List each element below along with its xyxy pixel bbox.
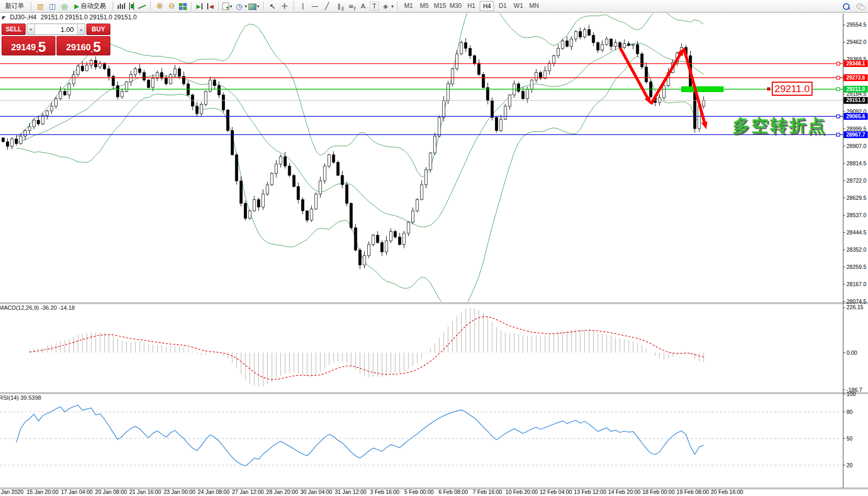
timeframe-mn-button[interactable]: MN bbox=[527, 1, 541, 11]
line-handle[interactable] bbox=[837, 76, 840, 80]
market-watch-icon[interactable]: ▥ bbox=[35, 1, 46, 12]
buy-button[interactable]: BUY bbox=[86, 24, 110, 35]
terminal-icon[interactable]: ◫ bbox=[47, 1, 58, 12]
time-tick-label: 15 Jan 20:00 bbox=[27, 489, 59, 495]
line-handle[interactable] bbox=[837, 133, 840, 136]
time-tick-label: 17 Jan 04:00 bbox=[61, 489, 93, 495]
cursor-icon[interactable]: ↖ bbox=[267, 1, 278, 12]
time-tick-label: 14 Jan 2020 bbox=[0, 489, 24, 495]
price-tick-label: 29462.0 bbox=[847, 39, 866, 45]
time-tick-label: 30 Jan 04:00 bbox=[300, 489, 332, 495]
autotrading-button[interactable]: ▶自动交易 bbox=[71, 1, 109, 12]
fibonacci-icon[interactable]: ≡F bbox=[346, 1, 356, 12]
price-tick-label: 29554.5 bbox=[847, 21, 866, 28]
price-tick-label: 28999.5 bbox=[847, 126, 866, 132]
price-tick-label: 28352.0 bbox=[847, 246, 866, 253]
toolbar-separator bbox=[294, 2, 294, 10]
price-tick-label: 28074.5 bbox=[847, 298, 866, 305]
time-tick-label: 5 Feb 00:00 bbox=[404, 489, 434, 495]
volume-decrease-button[interactable]: ▼ bbox=[27, 24, 35, 35]
rsi-axis[interactable]: 100805020 bbox=[843, 391, 856, 468]
dropdown-caret-icon: ▾ bbox=[245, 4, 247, 9]
sell-price[interactable]: 29149.5 bbox=[2, 36, 55, 55]
channel-icon[interactable]: ∥E bbox=[334, 1, 344, 12]
collapse-panel-icon[interactable]: ◤ bbox=[2, 15, 6, 20]
timeframe-m30-button[interactable]: M30 bbox=[448, 1, 463, 11]
callout-handle[interactable] bbox=[767, 87, 770, 91]
time-tick-label: 18 Feb 00:00 bbox=[642, 489, 675, 495]
line-handle[interactable] bbox=[837, 88, 840, 91]
time-tick-label: 13 Feb 12:00 bbox=[574, 489, 606, 495]
bollinger-middle-band bbox=[16, 43, 704, 227]
time-tick-label: 19 Feb 08:00 bbox=[677, 489, 709, 495]
green-highlight-bar[interactable] bbox=[681, 86, 724, 92]
price-badge-label: 29348.1 bbox=[846, 61, 865, 66]
timeframe-h1-button[interactable]: H1 bbox=[464, 1, 478, 11]
search-icon[interactable] bbox=[842, 2, 851, 10]
zoom-out-icon[interactable]: ⊖ bbox=[166, 1, 177, 12]
timeframe-m1-button[interactable]: M1 bbox=[401, 1, 415, 11]
toolbar-separator bbox=[397, 2, 398, 10]
zoom-in-icon[interactable]: ⊕ bbox=[154, 1, 165, 12]
sell-button[interactable]: SELL bbox=[2, 24, 26, 35]
time-tick-label: 24 Jan 08:00 bbox=[198, 489, 230, 495]
chart-canvas[interactable]: 29554.529462.029369.529277.029184.529092… bbox=[0, 0, 868, 496]
price-tick-label: 28629.5 bbox=[847, 195, 866, 201]
volume-input[interactable]: 1.00 bbox=[35, 24, 77, 35]
macd-axis[interactable]: 226.150.00-186.7 bbox=[843, 304, 864, 392]
dropdown-caret-icon: ▾ bbox=[257, 4, 260, 9]
text-icon[interactable]: A bbox=[358, 1, 368, 12]
time-tick-label: 7 Feb 16:00 bbox=[473, 489, 502, 495]
candlestick-chart-icon[interactable] bbox=[127, 2, 136, 10]
toolbar-separator bbox=[191, 2, 191, 10]
macd-tick-label: 0.00 bbox=[847, 350, 858, 356]
time-tick-label: 6 Feb 08:00 bbox=[438, 489, 468, 495]
line-chart-icon[interactable] bbox=[138, 2, 146, 10]
chat-icon[interactable] bbox=[856, 2, 865, 10]
buy-price[interactable]: 29160.5 bbox=[57, 36, 110, 55]
profiles-dropdown[interactable]: ◷▾ bbox=[234, 1, 247, 12]
line-handle[interactable] bbox=[837, 115, 840, 118]
line-handle[interactable] bbox=[837, 62, 840, 65]
time-tick-label: 3 Feb 16:00 bbox=[370, 489, 399, 495]
timeframe-m5-button[interactable]: M5 bbox=[417, 1, 431, 11]
macd-tick-label: 226.15 bbox=[847, 304, 863, 310]
time-tick-label: 31 Jan 12:00 bbox=[335, 489, 367, 495]
shapes-dropdown[interactable]: ◈▾ bbox=[380, 1, 394, 12]
timeframe-m15-button[interactable]: M15 bbox=[433, 1, 447, 11]
tile-windows-icon[interactable] bbox=[178, 2, 187, 10]
chart-shift-icon[interactable] bbox=[206, 2, 215, 10]
one-click-trading-panel: SELL ▼ 1.00 ▲ BUY 29149.5 29160.5 bbox=[2, 24, 110, 55]
time-axis[interactable]: 14 Jan 202015 Jan 20:0017 Jan 04:0020 Ja… bbox=[0, 489, 743, 495]
vertical-line-icon[interactable]: | bbox=[298, 1, 308, 12]
trendline-icon[interactable]: ╱ bbox=[322, 1, 332, 12]
price-callout-box[interactable]: 29211.0 bbox=[772, 82, 813, 96]
timeframe-d1-button[interactable]: D1 bbox=[495, 1, 510, 11]
bar-chart-icon[interactable] bbox=[117, 2, 126, 10]
time-tick-label: 10 Feb 20:00 bbox=[505, 489, 538, 495]
turning-point-annotation[interactable]: 多空转折点 bbox=[732, 114, 827, 138]
auto-scroll-icon[interactable] bbox=[195, 2, 204, 10]
timeframe-h4-button[interactable]: H4 bbox=[480, 1, 494, 11]
navigator-icon[interactable]: ◎ bbox=[59, 1, 70, 12]
bollinger-lower-band bbox=[16, 57, 704, 310]
toolbar-separator bbox=[218, 2, 219, 10]
symbol-period-label: DJ30-,H4 bbox=[10, 14, 37, 21]
price-badge-label: 29272.6 bbox=[846, 75, 865, 81]
level-lines[interactable] bbox=[0, 62, 843, 137]
bollinger-upper-band bbox=[16, 0, 704, 177]
time-tick-label: 14 Feb 20:00 bbox=[608, 489, 640, 495]
crosshair-icon[interactable]: + bbox=[279, 1, 290, 12]
time-tick-label: 12 Feb 04:00 bbox=[539, 489, 572, 495]
new-order-button[interactable]: 新订单 bbox=[2, 1, 27, 12]
toolbar-right-group bbox=[842, 2, 865, 10]
templates-dropdown[interactable]: ▾ bbox=[249, 3, 260, 10]
price-tick-label: 28907.0 bbox=[847, 143, 866, 149]
new-chart-dropdown[interactable]: ▾ bbox=[222, 2, 232, 10]
text-label-icon[interactable]: T bbox=[370, 2, 379, 10]
volume-increase-button[interactable]: ▲ bbox=[77, 24, 85, 35]
timeframe-w1-button[interactable]: W1 bbox=[511, 1, 525, 11]
horizontal-line-icon[interactable]: — bbox=[310, 1, 320, 12]
toolbar-separator bbox=[112, 2, 113, 10]
volume-stepper: ▼ 1.00 ▲ bbox=[27, 24, 85, 35]
